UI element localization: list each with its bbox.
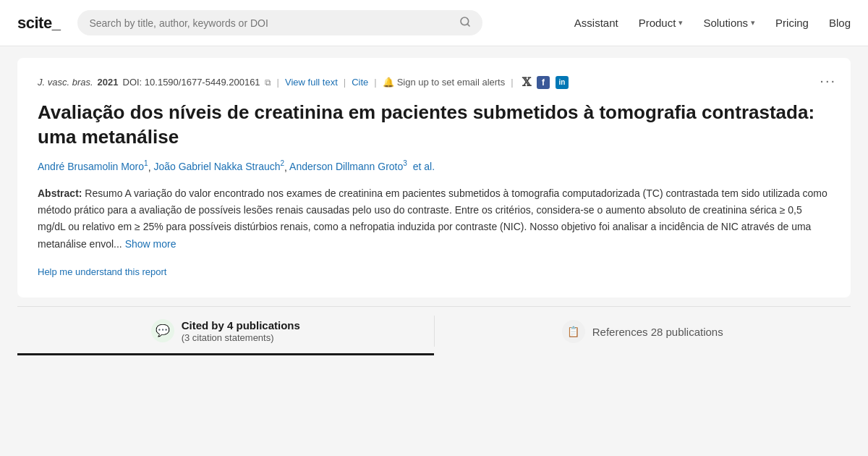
nav-blog[interactable]: Blog — [829, 17, 851, 29]
copy-doi-icon[interactable]: ⧉ — [265, 77, 271, 88]
separator-2: | — [344, 77, 346, 88]
author-2-link[interactable]: João Gabriel Nakka Strauch2 — [153, 161, 284, 172]
view-full-text-link[interactable]: View full text — [285, 77, 338, 88]
solutions-chevron-icon: ▾ — [751, 18, 755, 28]
search-bar[interactable] — [77, 10, 482, 35]
social-icons: 𝕏 f in — [522, 75, 569, 89]
separator-1: | — [277, 77, 279, 88]
product-chevron-icon: ▾ — [678, 18, 683, 28]
article-year: 2021 — [98, 77, 119, 88]
help-link[interactable]: Help me understand this report — [38, 266, 166, 277]
references-icon: 📋 — [562, 320, 585, 343]
site-logo[interactable]: scite_ — [17, 14, 60, 33]
article-card: ··· J. vasc. bras. 2021 DOI: 10.1590/167… — [17, 58, 851, 297]
references-label: References 28 publications — [592, 326, 723, 338]
separator-3: | — [374, 77, 376, 88]
search-icon — [459, 16, 471, 30]
author-1-link[interactable]: André Brusamolin Moro1 — [38, 161, 148, 172]
abstract: Abstract: Resumo A variação do valor enc… — [38, 185, 830, 252]
cited-by-main-label: Cited by 4 publications — [182, 318, 300, 333]
more-options-button[interactable]: ··· — [820, 72, 836, 89]
tab-references[interactable]: 📋 References 28 publications — [435, 307, 851, 356]
show-more-link[interactable]: Show more — [125, 238, 176, 250]
twitter-icon[interactable]: 𝕏 — [522, 75, 531, 89]
main-content: ··· J. vasc. bras. 2021 DOI: 10.1590/167… — [0, 46, 868, 367]
journal-name: J. vasc. bras. — [38, 77, 93, 88]
nav-pricing[interactable]: Pricing — [775, 17, 809, 29]
cited-by-icon: 💬 — [151, 319, 174, 342]
nav-solutions[interactable]: Solutions ▾ — [703, 17, 755, 29]
search-input[interactable] — [89, 17, 454, 29]
bell-icon: 🔔 — [383, 77, 394, 88]
nav-links: Assistant Product ▾ Solutions ▾ Pricing … — [574, 17, 851, 29]
navbar: scite_ Assistant Product ▾ Solutions ▾ P… — [0, 0, 868, 46]
tabs-row: 💬 Cited by 4 publications (3 citation st… — [17, 306, 851, 356]
tab-cited-by[interactable]: 💬 Cited by 4 publications (3 citation st… — [17, 307, 434, 356]
cite-link[interactable]: Cite — [352, 77, 368, 88]
linkedin-icon[interactable]: in — [556, 76, 569, 89]
article-meta: J. vasc. bras. 2021 DOI: 10.1590/1677-54… — [38, 75, 830, 89]
facebook-icon[interactable]: f — [537, 76, 550, 89]
nav-assistant[interactable]: Assistant — [574, 17, 618, 29]
nav-product[interactable]: Product ▾ — [639, 17, 684, 29]
svg-line-1 — [467, 24, 469, 26]
article-doi: DOI: 10.1590/1677-5449.200161 — [123, 77, 260, 88]
author-3-link[interactable]: Anderson Dillmann Groto3 — [289, 161, 407, 172]
article-title: Avaliação dos níveis de creatinina em pa… — [38, 101, 830, 150]
et-al-link[interactable]: et al. — [413, 161, 435, 172]
email-alert-button[interactable]: 🔔 Sign up to set email alerts — [383, 77, 506, 88]
cited-by-sub-label: (3 citation statements) — [182, 332, 300, 343]
authors: André Brusamolin Moro1, João Gabriel Nak… — [38, 160, 830, 173]
cited-by-text: Cited by 4 publications (3 citation stat… — [182, 318, 300, 344]
tabs-section: 💬 Cited by 4 publications (3 citation st… — [17, 306, 851, 356]
separator-4: | — [511, 77, 513, 88]
